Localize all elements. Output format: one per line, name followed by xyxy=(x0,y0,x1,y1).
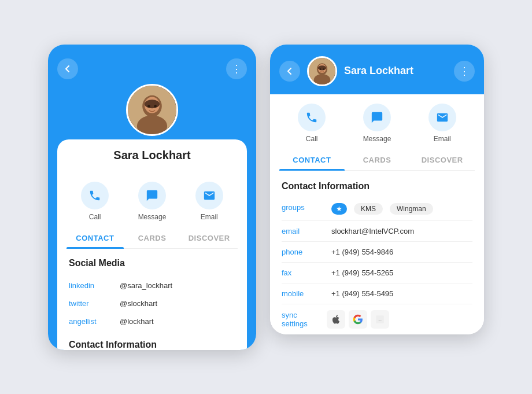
right-tabs: CONTACT CARDS DISCOVER xyxy=(279,150,475,171)
svg-point-5 xyxy=(147,105,150,108)
right-contact-info: Contact Information groups ★ KMS Wingman… xyxy=(279,171,475,334)
right-tab-contact[interactable]: CONTACT xyxy=(279,150,345,170)
fax-val: +1 (949) 554-5265 xyxy=(331,268,393,277)
right-avatar xyxy=(307,56,337,86)
call-action[interactable]: Call xyxy=(81,182,109,221)
mobile-row: mobile +1 (949) 554-5495 xyxy=(282,283,472,304)
left-action-row: Call Message Email xyxy=(66,182,238,221)
left-tabs: CONTACT CARDS DISCOVER xyxy=(66,228,238,249)
svg-text:...: ... xyxy=(378,317,382,321)
email-row: email slockhart@IntelVCP.com xyxy=(282,221,472,242)
left-profile-name: Sara Lockhart xyxy=(66,149,238,162)
mobile-val: +1 (949) 554-5495 xyxy=(331,289,393,298)
angellist-value: @lockhart xyxy=(120,317,154,326)
right-email-icon xyxy=(428,104,456,131)
contact-info-title-left: Contact Information xyxy=(69,337,235,350)
message-icon xyxy=(138,182,166,209)
right-more-button[interactable]: ⋮ xyxy=(454,61,475,82)
left-more-button[interactable]: ⋮ xyxy=(226,58,247,79)
right-header-inner: Sara Lockhart xyxy=(344,65,447,77)
sync-row: sync settings ... xyxy=(282,304,472,334)
left-tab-cards[interactable]: CARDS xyxy=(124,228,181,248)
apple-sync-button[interactable] xyxy=(327,310,345,329)
phone-row: phone +1 (949) 554-9846 xyxy=(282,242,472,263)
left-header-top: ⋮ xyxy=(57,58,247,79)
main-container: ⋮ Sara Lockhart xyxy=(0,33,532,362)
phone-val: +1 (949) 554-9846 xyxy=(331,248,393,256)
linkedin-label: linkedin xyxy=(69,281,110,290)
linkedin-row: linkedin @sara_lockhart xyxy=(69,277,235,294)
message-action[interactable]: Message xyxy=(138,182,167,221)
left-phone: ⋮ Sara Lockhart xyxy=(48,45,256,350)
right-phone: Sara Lockhart ⋮ Call Message xyxy=(270,45,484,334)
tag-star: ★ xyxy=(331,203,347,215)
email-action[interactable]: Email xyxy=(195,182,223,221)
tag-wingman: Wingman xyxy=(390,203,433,215)
groups-key: groups xyxy=(282,203,322,212)
tag-kms: KMS xyxy=(354,203,383,215)
call-label: Call xyxy=(89,213,101,221)
email-icon xyxy=(195,182,223,209)
left-profile-role: Managing Director @Intel Venture Partner… xyxy=(66,164,238,171)
social-media-title: Social Media xyxy=(69,258,235,268)
left-back-button[interactable] xyxy=(57,58,78,79)
right-tab-cards[interactable]: CARDS xyxy=(345,150,410,170)
email-key: email xyxy=(282,227,322,235)
right-call-icon xyxy=(298,104,326,131)
right-tab-discover[interactable]: DISCOVER xyxy=(409,150,475,170)
right-email-label: Email xyxy=(434,135,451,143)
left-header: ⋮ Sara Lockhart xyxy=(48,45,256,350)
twitter-label: twitter xyxy=(69,299,110,308)
linkedin-value: @sara_lockhart xyxy=(120,281,172,290)
phone-key: phone xyxy=(282,248,322,256)
sync-icons: ... xyxy=(327,310,389,329)
right-profile-name: Sara Lockhart xyxy=(344,65,447,77)
right-action-row: Call Message Email xyxy=(279,104,475,143)
groups-tags: ★ KMS Wingman xyxy=(331,203,437,215)
mobile-key: mobile xyxy=(282,289,322,298)
message-label: Message xyxy=(138,213,167,221)
fax-row: fax +1 (949) 554-5265 xyxy=(282,263,472,283)
right-message-label: Message xyxy=(363,135,391,143)
left-content: Social Media linkedin @sara_lockhart twi… xyxy=(66,249,238,350)
email-label: Email xyxy=(201,213,218,221)
fax-key: fax xyxy=(282,268,322,277)
right-email-action[interactable]: Email xyxy=(428,104,456,143)
angellist-row: angellist @lockhart xyxy=(69,312,235,330)
svg-point-13 xyxy=(323,68,325,70)
right-message-action[interactable]: Message xyxy=(363,104,391,143)
svg-point-6 xyxy=(154,105,157,108)
sync-label: sync settings xyxy=(282,311,322,328)
svg-point-9 xyxy=(314,74,331,86)
other-sync-button[interactable]: ... xyxy=(371,310,389,329)
call-icon xyxy=(81,182,109,209)
right-call-action[interactable]: Call xyxy=(298,104,326,143)
right-call-label: Call xyxy=(306,135,318,143)
right-header: Sara Lockhart ⋮ xyxy=(270,45,484,94)
svg-point-2 xyxy=(137,115,167,136)
twitter-row: twitter @slockhart xyxy=(69,294,235,312)
twitter-value: @slockhart xyxy=(120,299,157,308)
svg-point-12 xyxy=(320,68,322,70)
left-tab-contact[interactable]: CONTACT xyxy=(66,228,124,248)
right-message-icon xyxy=(363,104,391,131)
angellist-label: angellist xyxy=(69,317,110,326)
google-sync-button[interactable] xyxy=(349,310,367,329)
groups-row: groups ★ KMS Wingman xyxy=(282,197,472,221)
contact-info-title-right: Contact Information xyxy=(282,181,472,192)
right-white-area: Call Message Email CONTACT CARDS xyxy=(270,94,484,334)
right-back-button[interactable] xyxy=(279,61,300,82)
left-avatar xyxy=(126,84,178,136)
left-tab-discover[interactable]: DISCOVER xyxy=(180,228,238,248)
email-val: slockhart@IntelVCP.com xyxy=(331,227,414,235)
